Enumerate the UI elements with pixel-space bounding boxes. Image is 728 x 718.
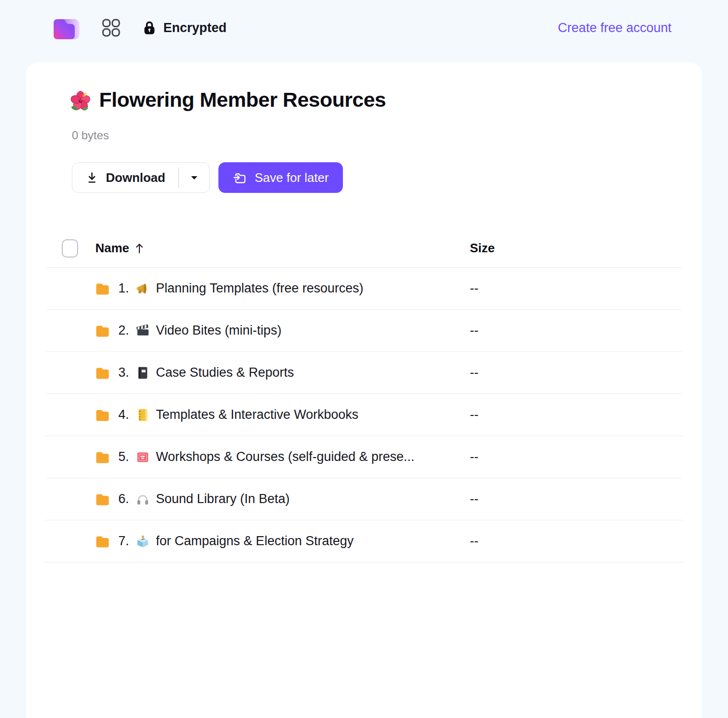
row-number: 6.	[118, 492, 129, 506]
row-name-cell: 4. Templates & Interactive Workbooks	[95, 407, 470, 422]
save-for-later-label: Save for later	[255, 170, 329, 185]
file-table: Name Size 1.	[46, 229, 682, 562]
row-size: --	[470, 449, 682, 464]
hibiscus-emoji	[69, 89, 91, 111]
app-header: Encrypted Create free account	[0, 0, 728, 56]
folder-row-planning-templates[interactable]: 1. Planning Templates (free resources) -…	[46, 268, 682, 310]
folder-row-sound-library[interactable]: 6. Sound Library (In Beta) --	[46, 478, 682, 520]
row-name-cell: 5. Workshops & Courses (self-guided & pr…	[95, 449, 470, 464]
row-number: 5.	[118, 449, 129, 464]
ledger-emoji	[136, 408, 150, 422]
row-number: 7.	[118, 534, 129, 549]
row-label: Sound Library (In Beta)	[156, 492, 290, 506]
total-size-label: 0 bytes	[72, 129, 682, 142]
download-split-button: Download	[72, 162, 210, 193]
encrypted-badge: Encrypted	[143, 20, 227, 35]
row-size: --	[470, 407, 682, 422]
page-title: Flowering Member Resources	[69, 88, 682, 112]
app-logo-folder-icon[interactable]	[53, 15, 80, 40]
sort-ascending-icon	[134, 242, 145, 255]
row-label: Case Studies & Reports	[156, 365, 294, 380]
encrypted-label: Encrypted	[163, 21, 227, 35]
page-title-text: Flowering Member Resources	[99, 88, 386, 112]
folder-row-templates-workbooks[interactable]: 4. Templates & Interactive Workbooks --	[46, 394, 682, 436]
lock-icon	[143, 20, 156, 35]
folder-row-video-bites[interactable]: 2. Video Bites (mini-tips) --	[46, 310, 682, 352]
row-number: 4.	[118, 407, 129, 422]
loudspeaker-emoji	[136, 281, 150, 296]
folder-row-campaigns-election[interactable]: 7. for Campaigns & Election Strategy --	[46, 520, 682, 562]
row-label: for Campaigns & Election Strategy	[156, 534, 354, 549]
folder-icon	[95, 366, 110, 379]
download-button[interactable]: Download	[72, 163, 178, 192]
row-name-cell: 2. Video Bites (mini-tips)	[95, 323, 470, 338]
download-icon	[85, 171, 99, 184]
layout-grid-button[interactable]	[102, 18, 121, 37]
folder-icon	[95, 450, 110, 463]
row-label: Video Bites (mini-tips)	[156, 323, 282, 338]
row-name-cell: 3. Case Studies & Reports	[95, 365, 470, 380]
folder-icon	[95, 535, 110, 548]
folder-icon	[95, 408, 110, 421]
select-all-checkbox[interactable]	[62, 239, 78, 258]
row-size: --	[470, 365, 682, 380]
toolbar: Download Save for later	[72, 162, 682, 193]
grid-icon	[102, 18, 121, 37]
row-size: --	[470, 534, 682, 549]
row-number: 3.	[118, 365, 129, 380]
headphone-emoji	[136, 492, 150, 506]
save-for-later-button[interactable]: Save for later	[218, 162, 343, 193]
row-size: --	[470, 492, 682, 506]
shared-folder-card: Flowering Member Resources 0 bytes Downl…	[26, 62, 702, 718]
row-size: --	[470, 323, 682, 338]
folder-row-workshops-courses[interactable]: 5. Workshops & Courses (self-guided & pr…	[46, 436, 682, 478]
select-all-cell	[46, 239, 95, 258]
create-free-account-link[interactable]: Create free account	[558, 21, 671, 35]
row-label: Planning Templates (free resources)	[156, 281, 364, 296]
folder-icon	[95, 324, 110, 337]
row-name-cell: 1. Planning Templates (free resources)	[95, 281, 470, 296]
save-to-folder-icon	[233, 170, 248, 185]
download-button-label: Download	[106, 170, 165, 185]
row-label: Workshops & Courses (self-guided & prese…	[156, 449, 415, 464]
folder-icon	[95, 282, 110, 295]
admission-tickets-emoji	[136, 450, 150, 464]
download-options-button[interactable]	[179, 163, 209, 192]
notebook-emoji	[136, 366, 150, 380]
ballot-box-emoji	[136, 534, 150, 549]
row-label: Templates & Interactive Workbooks	[156, 407, 359, 422]
row-number: 2.	[118, 323, 129, 338]
folder-row-case-studies[interactable]: 3. Case Studies & Reports --	[46, 352, 682, 394]
name-column-header[interactable]: Name	[95, 241, 470, 256]
row-size: --	[470, 281, 682, 296]
name-header-label: Name	[95, 241, 129, 256]
size-header-label: Size	[470, 241, 495, 255]
size-column-header[interactable]: Size	[470, 241, 682, 256]
folder-icon	[95, 493, 110, 505]
chevron-down-icon	[191, 176, 198, 180]
row-name-cell: 7. for Campaigns & Election Strategy	[95, 534, 470, 549]
clapper-board-emoji	[136, 324, 150, 338]
table-header-row: Name Size	[46, 229, 682, 268]
row-name-cell: 6. Sound Library (In Beta)	[95, 492, 470, 506]
row-number: 1.	[118, 281, 129, 296]
